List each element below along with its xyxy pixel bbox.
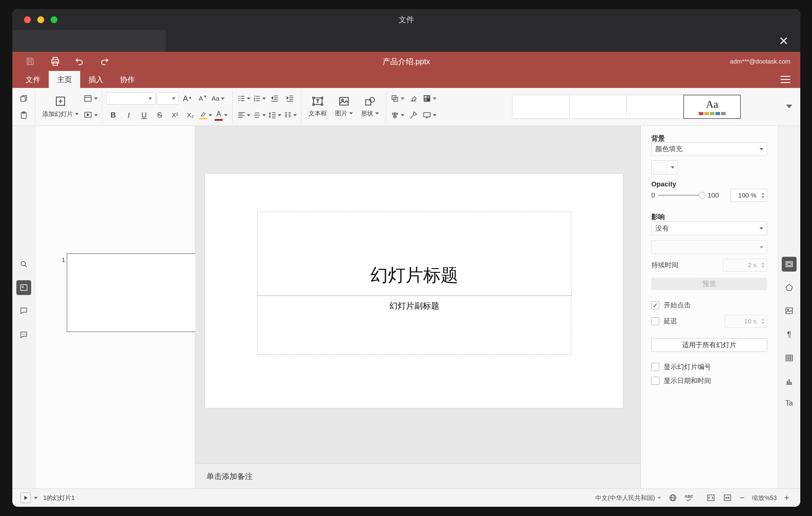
tab-home[interactable]: 主页 <box>49 71 80 88</box>
slideshow-options-icon[interactable] <box>34 497 38 499</box>
title-placeholder[interactable]: 幻灯片标题 <box>257 212 571 296</box>
menu-icon[interactable] <box>781 76 790 83</box>
theme-option-blank-1[interactable] <box>512 95 570 119</box>
insert-shape-button[interactable]: 形状 <box>358 91 382 123</box>
opacity-slider-knob[interactable] <box>699 192 705 199</box>
spellcheck-icon[interactable]: ABC <box>685 494 693 501</box>
copy-button[interactable] <box>17 92 31 105</box>
duration-label: 持续时间 <box>651 260 678 270</box>
close-icon[interactable]: ✕ <box>779 35 788 47</box>
fit-slide-icon[interactable] <box>706 493 716 502</box>
decrease-indent-button[interactable] <box>267 92 282 105</box>
start-on-click-label: 开始点击 <box>664 300 691 310</box>
line-spacing-button[interactable] <box>267 108 282 122</box>
bullets-button[interactable] <box>237 92 251 105</box>
numbering-button[interactable] <box>252 92 266 105</box>
textart-settings-icon[interactable]: Ta <box>782 396 796 410</box>
print-button[interactable] <box>49 55 62 68</box>
search-icon[interactable] <box>16 257 31 271</box>
copy-style-button[interactable] <box>406 108 420 122</box>
shape-fill-button[interactable] <box>422 92 437 105</box>
app-subheader: ✕ <box>12 30 800 52</box>
undo-button[interactable] <box>72 55 86 68</box>
duration-input[interactable]: 2 s <box>723 259 767 271</box>
arrange-shape-button[interactable] <box>390 92 404 105</box>
opacity-slider[interactable] <box>658 195 704 196</box>
redo-button[interactable] <box>98 55 111 68</box>
comments-icon[interactable] <box>16 304 31 318</box>
decrease-font-button[interactable]: A▼ <box>196 92 210 105</box>
columns-button[interactable] <box>283 108 297 122</box>
zoom-out-button[interactable]: − <box>740 493 745 503</box>
italic-button[interactable]: I <box>121 108 136 122</box>
bold-button[interactable]: B <box>106 108 120 122</box>
table-settings-icon[interactable] <box>782 351 796 365</box>
fullscreen-traffic-button[interactable] <box>51 16 57 23</box>
horizontal-align-button[interactable] <box>237 108 251 122</box>
globe-icon[interactable] <box>669 493 677 502</box>
minimize-traffic-button[interactable] <box>37 16 44 23</box>
increase-indent-button[interactable] <box>283 92 297 105</box>
paragraph-settings-icon[interactable]: ¶ <box>782 327 796 342</box>
app-window: 文件 ✕ 产品介绍.pptx adm***@dootask.com 文件 主页 <box>12 9 800 507</box>
highlight-color-button[interactable] <box>199 108 213 122</box>
add-slide-button[interactable]: 添加幻灯片 <box>39 91 82 123</box>
underline-button[interactable]: U <box>137 108 151 122</box>
fit-width-icon[interactable] <box>723 493 732 502</box>
show-datetime-checkbox[interactable] <box>651 377 659 385</box>
save-button[interactable] <box>23 55 37 68</box>
insert-textbox-button[interactable]: 文本框 <box>306 91 330 123</box>
start-on-click-checkbox[interactable]: ✓ <box>651 301 659 309</box>
theme-option-blank-3[interactable] <box>626 95 684 119</box>
start-slideshow-icon[interactable] <box>20 492 31 503</box>
notes-area[interactable]: 单击添加备注 <box>195 463 640 489</box>
slide-size-button[interactable] <box>422 108 437 122</box>
font-name-select[interactable] <box>106 92 155 105</box>
toolbar-expand-icon[interactable] <box>786 104 792 110</box>
slide-thumbnail[interactable] <box>67 253 207 332</box>
paste-button[interactable] <box>17 108 31 122</box>
theme-option-selected[interactable]: Aa <box>683 95 741 119</box>
subtitle-placeholder[interactable]: 幻灯片副标题 <box>257 296 571 354</box>
show-datetime-label: 显示日期和时间 <box>664 376 711 385</box>
increase-font-button[interactable]: A▲ <box>180 92 194 105</box>
slides-panel-icon[interactable] <box>16 280 31 295</box>
change-case-button[interactable]: Aa <box>211 92 225 105</box>
tab-collaboration[interactable]: 协作 <box>112 71 143 88</box>
background-color-select[interactable] <box>651 161 678 174</box>
delay-input[interactable]: 10 s <box>725 315 767 328</box>
shape-settings-icon[interactable] <box>782 280 796 295</box>
effect-select[interactable]: 没有 <box>651 222 767 235</box>
theme-gallery: Aa <box>513 95 741 119</box>
apply-to-all-slides-button[interactable]: 适用于所有幻灯片 <box>651 338 767 352</box>
superscript-button[interactable]: X² <box>168 108 182 122</box>
slide-layout-button[interactable] <box>84 92 98 105</box>
opacity-input[interactable]: 100 % <box>730 189 767 202</box>
slide-canvas[interactable]: 幻灯片标题 幻灯片副标题 <box>205 173 623 408</box>
chart-settings-icon[interactable] <box>782 374 796 389</box>
insert-image-button[interactable]: 图片 <box>332 91 356 123</box>
font-color-button[interactable]: A <box>214 108 228 122</box>
image-settings-icon[interactable] <box>782 304 796 318</box>
clear-style-button[interactable] <box>406 92 420 105</box>
slide-settings-icon[interactable] <box>782 257 796 271</box>
close-traffic-button[interactable] <box>24 16 31 23</box>
zoom-in-button[interactable]: + <box>784 493 789 503</box>
language-select[interactable]: 中文(中华人民共和国) <box>596 494 661 502</box>
slide-settings-panel: 背景 颜色填充 Opacity 0 100 100 % 影响 没有 <box>640 126 778 489</box>
theme-option-blank-2[interactable] <box>569 95 627 119</box>
strikeout-button[interactable]: S <box>152 108 167 122</box>
preview-button[interactable]: 预览 <box>651 278 767 290</box>
tab-file[interactable]: 文件 <box>17 71 49 88</box>
align-shape-button[interactable] <box>390 108 404 122</box>
font-size-select[interactable] <box>157 92 179 105</box>
background-fill-select[interactable]: 颜色填充 <box>651 142 767 156</box>
chat-icon[interactable] <box>16 327 31 342</box>
effect-type-select[interactable] <box>651 240 767 254</box>
preview-slideshow-button[interactable] <box>84 108 98 122</box>
tab-insert[interactable]: 插入 <box>80 71 112 88</box>
vertical-align-button[interactable] <box>252 108 266 122</box>
show-slide-number-checkbox[interactable] <box>651 363 659 371</box>
delay-checkbox[interactable] <box>651 317 659 325</box>
subscript-button[interactable]: X₂ <box>183 108 198 122</box>
